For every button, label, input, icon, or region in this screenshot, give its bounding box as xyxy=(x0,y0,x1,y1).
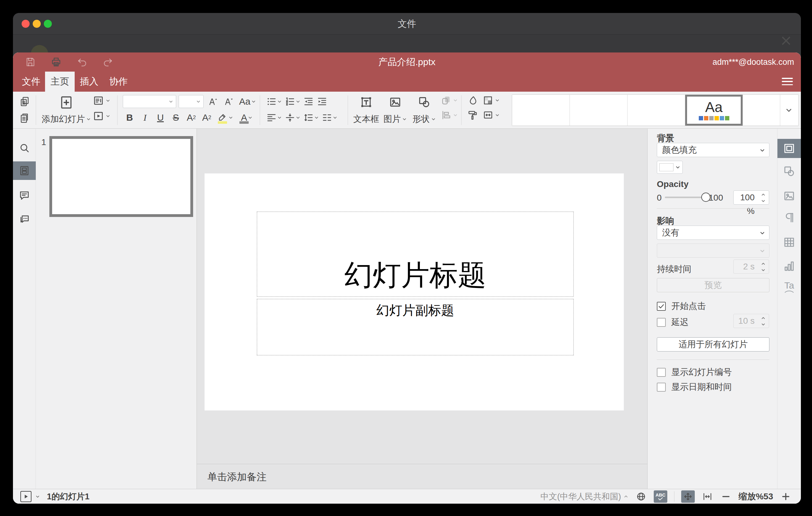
tab-home[interactable]: 主页 xyxy=(45,71,75,92)
panel-chart-settings[interactable] xyxy=(778,256,801,276)
slide-canvas: 幻灯片标题 幻灯片副标题 单击添加备注 xyxy=(197,129,647,489)
panel-table-settings[interactable] xyxy=(778,233,801,252)
italic-button[interactable]: I xyxy=(138,111,152,124)
document-title: 产品介绍.pptx xyxy=(13,53,801,71)
insert-textbox-button[interactable]: 文本框 xyxy=(353,93,379,127)
strikeout-button[interactable]: S xyxy=(169,111,183,124)
show-date-time-checkbox[interactable]: 显示日期和时间 xyxy=(657,381,732,393)
fit-width-button[interactable] xyxy=(701,491,713,503)
tab-file[interactable]: 文件 xyxy=(17,71,45,92)
panel-slide-settings[interactable] xyxy=(778,139,801,158)
highlight-color-button[interactable] xyxy=(215,111,235,124)
background-color-picker[interactable] xyxy=(657,161,683,174)
superscript-button[interactable]: A2 xyxy=(184,111,198,124)
notes-area[interactable]: 单击添加备注 xyxy=(197,464,647,489)
subscript-button[interactable]: A2 xyxy=(200,111,213,124)
increase-font-button[interactable] xyxy=(206,95,219,108)
vertical-align-button[interactable] xyxy=(284,111,301,124)
decrease-indent-button[interactable] xyxy=(302,95,315,108)
subtitle-placeholder[interactable]: 幻灯片副标题 xyxy=(257,299,574,355)
effect-select[interactable]: 没有 xyxy=(657,226,770,240)
opacity-slider[interactable] xyxy=(665,197,706,198)
language-selector[interactable]: 中文(中华人民共和国) xyxy=(541,491,629,502)
spin-up-icon[interactable] xyxy=(760,192,766,197)
start-slideshow-status-button[interactable] xyxy=(20,491,31,502)
sidebar-item-chat[interactable] xyxy=(13,210,36,228)
theme-option[interactable] xyxy=(743,95,780,125)
zoom-out-button[interactable] xyxy=(720,491,732,503)
underline-button[interactable]: U xyxy=(154,111,167,124)
zoom-in-button[interactable] xyxy=(780,491,792,503)
sidebar-item-slides[interactable] xyxy=(13,162,36,180)
copy-style-button[interactable] xyxy=(467,110,478,121)
delay-checkbox[interactable]: 延迟 xyxy=(657,316,689,328)
slide[interactable]: 幻灯片标题 幻灯片副标题 xyxy=(205,173,624,410)
font-color-button[interactable]: A xyxy=(237,111,257,124)
theme-option[interactable] xyxy=(628,95,685,125)
add-slide-button[interactable]: 添加幻灯片 xyxy=(42,93,90,127)
panel-image-settings[interactable] xyxy=(778,187,801,205)
insert-image-button[interactable]: 图片 xyxy=(382,93,408,127)
insert-shape-button[interactable]: 形状 xyxy=(411,93,437,127)
line-spacing-button[interactable] xyxy=(302,111,320,124)
color-scheme-icon xyxy=(483,95,494,106)
theme-glyph: Aa xyxy=(705,100,723,114)
font-size-select[interactable] xyxy=(179,95,204,108)
panel-textart-settings[interactable]: Ta xyxy=(778,278,801,296)
tab-collaboration[interactable]: 协作 xyxy=(104,71,133,92)
table-icon xyxy=(783,236,796,249)
title-placeholder[interactable]: 幻灯片标题 xyxy=(257,211,574,297)
align-shape-button[interactable] xyxy=(440,110,458,121)
duration-input: 2 s xyxy=(733,260,769,274)
show-slide-number-checkbox[interactable]: 显示幻灯片编号 xyxy=(657,366,732,378)
spellcheck-button[interactable]: ABC xyxy=(654,490,667,503)
columns-button[interactable] xyxy=(321,111,338,124)
font-name-select[interactable] xyxy=(123,95,176,108)
theme-option[interactable] xyxy=(570,95,628,125)
opacity-label: Opacity xyxy=(657,179,689,189)
sidebar-item-comments[interactable] xyxy=(13,186,36,205)
app-window: 文件 产品介绍.pptx adm***@dootask.com 文件 主页 插 xyxy=(13,13,801,504)
theme-option[interactable] xyxy=(512,95,570,125)
copy-button[interactable] xyxy=(18,95,31,108)
divider xyxy=(260,95,260,125)
spin-down-icon[interactable] xyxy=(760,198,766,203)
tab-insert[interactable]: 插入 xyxy=(75,71,104,92)
slide-size-icon xyxy=(483,110,494,121)
align-icon xyxy=(266,112,277,123)
arrange-shape-button[interactable] xyxy=(440,95,458,106)
theme-gallery-expand[interactable] xyxy=(780,95,798,125)
bullets-button[interactable] xyxy=(265,95,283,108)
start-slideshow-button[interactable] xyxy=(92,110,111,122)
start-on-click-checkbox[interactable]: 开始点击 xyxy=(657,300,706,312)
horizontal-align-button[interactable] xyxy=(265,111,283,124)
panel-shape-settings[interactable] xyxy=(778,162,801,181)
numbering-button[interactable] xyxy=(284,95,301,108)
close-editor-button[interactable] xyxy=(779,34,793,48)
paste-button[interactable] xyxy=(18,111,31,125)
slide-size-button[interactable] xyxy=(483,110,500,121)
outdent-icon xyxy=(303,96,314,107)
panel-paragraph-settings[interactable] xyxy=(778,208,801,227)
style-group xyxy=(467,95,500,121)
color-scheme-button[interactable] xyxy=(483,95,500,106)
fill-color-button[interactable] xyxy=(467,95,478,106)
set-language-button[interactable] xyxy=(635,491,647,503)
apply-to-all-button[interactable]: 适用于所有幻灯片 xyxy=(657,337,770,351)
increase-indent-button[interactable] xyxy=(316,95,328,108)
sidebar-item-search[interactable] xyxy=(13,139,36,157)
fit-slide-button[interactable] xyxy=(681,490,695,503)
chevron-down-icon[interactable] xyxy=(35,494,40,499)
decrease-font-button[interactable] xyxy=(222,95,235,108)
opacity-input[interactable]: 100 % xyxy=(733,191,769,205)
change-layout-button[interactable] xyxy=(92,95,111,107)
slide-layout-icon xyxy=(92,95,104,107)
slide-thumbnail[interactable] xyxy=(49,136,193,217)
bold-button[interactable]: B xyxy=(123,111,136,124)
theme-option-selected[interactable]: Aa xyxy=(685,95,743,125)
hamburger-menu-icon[interactable] xyxy=(782,77,793,86)
background-fill-select[interactable]: 颜色填充 xyxy=(657,143,770,157)
font-decrease-icon xyxy=(223,96,234,107)
add-slide-label: 添加幻灯片 xyxy=(42,113,85,125)
change-case-button[interactable]: Aa xyxy=(238,95,257,108)
